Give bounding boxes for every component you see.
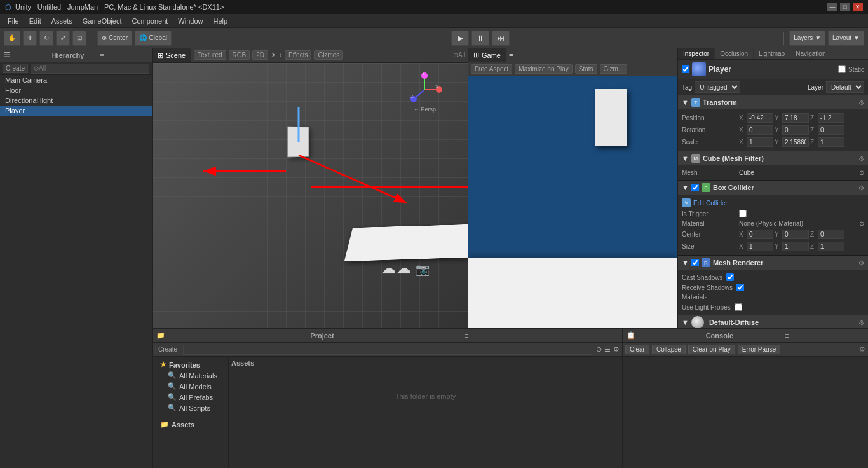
mesh-filter-header[interactable]: ▼ M Cube (Mesh Filter) ⚙ [678,151,868,165]
box-collider-header[interactable]: ▼ B Box Collider ⚙ [678,181,868,195]
navigation-tab[interactable]: Navigation [790,48,831,59]
inspector-tab[interactable]: Inspector [678,48,715,59]
box-collider-enabled-checkbox[interactable] [691,184,699,191]
tag-dropdown[interactable]: Untagged [695,81,740,93]
all-scripts-item[interactable]: 🔍 All Scripts [155,403,226,413]
occlusion-tab[interactable]: Occlusion [715,48,754,59]
layers-dropdown[interactable]: Layers ▼ [789,31,825,46]
all-prefabs-item[interactable]: 🔍 All Prefabs [155,392,226,403]
error-pause-button[interactable]: Error Pause [738,345,780,354]
console-options-icon[interactable]: ⚙ [859,345,865,354]
all-models-item[interactable]: 🔍 All Models [155,381,226,392]
menu-window[interactable]: Window [173,16,208,26]
size-z-input[interactable] [818,242,844,251]
collapse-button[interactable]: Collapse [652,345,686,354]
size-y-input[interactable] [782,242,809,251]
edit-collider-button[interactable]: Edit Collider [693,200,728,207]
menu-assets[interactable]: Assets [46,16,78,26]
size-x-input[interactable] [747,242,773,251]
is-trigger-checkbox[interactable] [739,210,747,217]
console-menu-icon[interactable]: ≡ [785,332,864,340]
box-collider-settings-icon[interactable]: ⚙ [858,184,864,191]
rot-x-input[interactable] [747,125,773,135]
layer-dropdown[interactable]: Default [826,81,864,93]
menu-component[interactable]: Component [126,16,173,26]
pos-y-input[interactable] [782,113,809,123]
center-y-input[interactable] [782,230,809,239]
close-button[interactable]: ✕ [853,3,863,11]
project-menu-icon[interactable]: ≡ [465,332,618,340]
minimize-button[interactable]: — [827,3,837,11]
gizmos-dropdown[interactable]: Gizmos [314,50,343,60]
material-settings-icon[interactable]: ⚙ [858,319,864,326]
rgb-dropdown[interactable]: RGB [229,50,250,60]
step-button[interactable]: ⏭ [492,31,510,46]
maximize-button[interactable]: □ [840,3,850,11]
effects-dropdown[interactable]: Effects [285,50,311,60]
menu-help[interactable]: Help [208,16,233,26]
collider-material-select-icon[interactable]: ⊙ [859,220,864,227]
hierarchy-menu-icon[interactable]: ≡ [100,52,148,59]
maximize-on-play-button[interactable]: Maximize on Play [515,64,572,74]
cast-shadows-checkbox[interactable] [726,273,734,281]
stats-button[interactable]: Stats [575,64,597,74]
assets-item[interactable]: 📁 Assets [155,419,226,430]
clear-on-play-button[interactable]: Clear on Play [688,345,735,354]
object-active-checkbox[interactable] [682,65,689,73]
hierarchy-item-directional-light[interactable]: Directional light [0,95,152,106]
menu-gameobject[interactable]: GameObject [78,16,127,26]
receive-shadows-checkbox[interactable] [736,284,744,291]
menu-edit[interactable]: Edit [24,16,46,26]
shading-dropdown[interactable]: Textured [194,50,226,60]
all-materials-item[interactable]: 🔍 All Materials [155,370,226,381]
project-search-input[interactable] [183,345,593,355]
game-tab-menu-icon[interactable]: ≡ [509,52,513,59]
game-gizmos-button[interactable]: Gizm... [600,64,628,74]
project-create-button[interactable]: Create [155,345,180,354]
global-button[interactable]: 🌐 Global [135,31,172,46]
mesh-select-icon[interactable]: ⊙ [859,169,864,176]
static-checkbox[interactable] [838,65,846,73]
clear-button[interactable]: Clear [625,345,649,354]
scene-view[interactable]: X Y Z ← Persp ☁☁ 📷 [153,63,468,328]
pos-x-input[interactable] [747,113,773,123]
project-settings-icon[interactable]: ⚙ [613,345,620,354]
hierarchy-create-button[interactable]: Create [3,64,28,73]
lightmap-tab[interactable]: Lightmap [754,48,790,59]
menu-file[interactable]: File [3,16,24,26]
game-view-canvas[interactable] [468,76,677,328]
center-z-input[interactable] [818,230,844,239]
hand-tool-button[interactable]: ✋ [4,31,20,46]
hierarchy-search-input[interactable] [31,64,149,74]
rotate-tool-button[interactable]: ↻ [39,31,53,46]
mesh-renderer-header[interactable]: ▼ R Mesh Renderer ⚙ [678,256,868,270]
mesh-filter-settings-icon[interactable]: ⚙ [858,155,864,162]
center-x-input[interactable] [747,230,773,239]
2d-button[interactable]: 2D [252,50,268,60]
layout-dropdown[interactable]: Layout ▼ [828,31,864,46]
rot-z-input[interactable] [818,125,844,135]
pos-z-input[interactable] [818,113,844,123]
rect-tool-button[interactable]: ⊡ [72,31,86,46]
scale-x-input[interactable] [747,137,773,147]
hierarchy-item-floor[interactable]: Floor [0,85,152,95]
center-button[interactable]: ⊕ Center [97,31,132,46]
move-tool-button[interactable]: ✛ [23,31,37,46]
favorites-item[interactable]: ★ Favorites [155,359,226,370]
play-button[interactable]: ▶ [451,31,469,46]
material-header[interactable]: ▼ Default-Diffuse ⚙ [678,315,868,328]
scale-tool-button[interactable]: ⤢ [56,31,70,46]
use-light-probes-checkbox[interactable] [735,303,742,311]
rot-y-input[interactable] [782,125,809,135]
transform-settings-icon[interactable]: ⚙ [858,99,864,106]
mesh-renderer-settings-icon[interactable]: ⚙ [858,259,864,266]
free-aspect-dropdown[interactable]: Free Aspect [471,64,512,74]
hierarchy-item-player[interactable]: Player [0,106,152,116]
mesh-renderer-enabled-checkbox[interactable] [691,259,699,266]
scale-y-input[interactable] [782,137,809,147]
game-tab[interactable]: ⊞ Game [468,48,506,62]
scene-tab[interactable]: ⊞ Scene [153,48,191,62]
hierarchy-item-main-camera[interactable]: Main Camera [0,75,152,85]
transform-header[interactable]: ▼ T Transform ⚙ [678,95,868,109]
pause-button[interactable]: ⏸ [471,31,489,46]
